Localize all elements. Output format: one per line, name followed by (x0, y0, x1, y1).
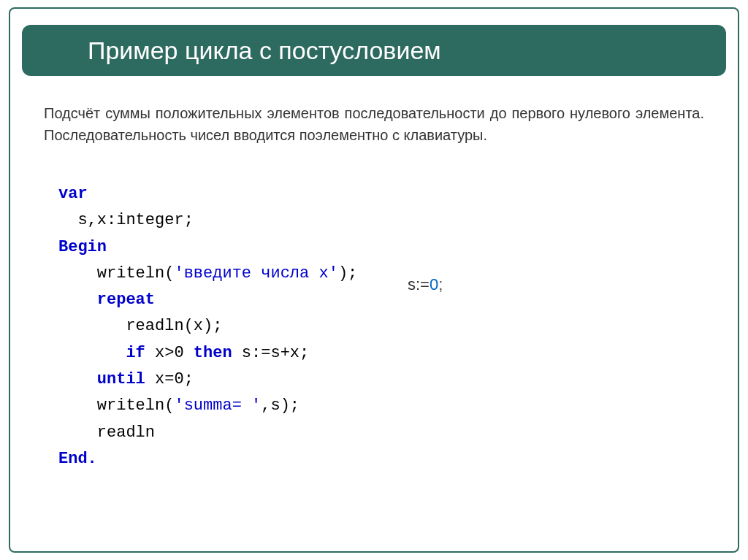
code-if-post: s:=s+x; (232, 344, 310, 362)
code-writeln2-pre: writeln( (58, 396, 174, 415)
code-annotation: s:=0; (408, 275, 443, 294)
kw-until: until (58, 370, 145, 388)
code-block: var s,x:integer; Begin writeln('введите … (58, 181, 704, 472)
kw-var: var (58, 185, 88, 203)
kw-if: if (126, 344, 145, 362)
code-writeln2-post: ,s); (261, 396, 299, 415)
code-if-mid: x>0 (145, 344, 194, 362)
code-writeln1-str: 'введите числа x' (174, 264, 337, 283)
code-writeln2-str: 'summa= ' (174, 396, 261, 415)
kw-begin: Begin (58, 238, 107, 256)
code-decl: s,x:integer; (58, 207, 704, 234)
annotation-prefix: s:= (408, 275, 430, 294)
kw-end: End. (58, 450, 97, 468)
code-until-cond: x=0; (145, 370, 194, 388)
code-readln-x: readln(x); (58, 313, 704, 340)
description-text: Подсчёт суммы положительных элементов по… (44, 102, 704, 146)
header-bar: Пример цикла с постусловием (22, 25, 726, 76)
slide-title: Пример цикла с постусловием (88, 37, 441, 65)
kw-repeat: repeat (58, 291, 155, 309)
code-readln-final: readln (58, 420, 704, 446)
annotation-semi: ; (438, 275, 443, 294)
annotation-zero: 0 (430, 275, 438, 294)
code-writeln1-post: ); (338, 264, 357, 283)
kw-then: then (194, 344, 232, 362)
code-writeln1-pre: writeln( (58, 264, 174, 283)
code-if-pre (58, 344, 126, 362)
